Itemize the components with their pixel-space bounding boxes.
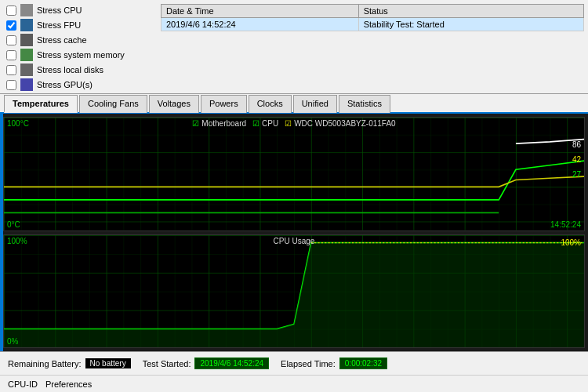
status-bar: Remaining Battery: No battery Test Start… (0, 351, 588, 375)
stress-checkbox-stress-gpu(s)[interactable] (6, 80, 16, 90)
usage-y-top: 100% (7, 237, 27, 245)
tab-powers[interactable]: Powers (201, 95, 247, 113)
bottom-nav: CPU-IDPreferences (0, 375, 588, 392)
temp-chart-legend: ☑Motherboard☑CPU☑WDC WD5003ABYZ-011FA0 (192, 119, 395, 128)
test-started-label: Test Started: (143, 359, 191, 368)
legend-label: CPU (262, 119, 278, 128)
stress-checkbox-stress-cpu[interactable] (6, 5, 16, 16)
tabs-container: TemperaturesCooling FansVoltagesPowersCl… (0, 94, 588, 114)
tabs-row: TemperaturesCooling FansVoltagesPowersCl… (0, 94, 588, 112)
usage-peak: 100% (561, 238, 581, 247)
stress-option-stress-system-memory: Stress system memory (6, 49, 151, 61)
temp-value: 86 (572, 140, 581, 149)
tab-cooling-fans[interactable]: Cooling Fans (79, 95, 147, 113)
stress-icon-d (20, 64, 33, 76)
stress-icon-cpu (20, 4, 33, 16)
legend-item: ☑Motherboard (192, 119, 246, 128)
stress-checkbox-stress-fpu[interactable] (6, 20, 16, 31)
elapsed-status: Elapsed Time: 0:00:02:32 (281, 358, 387, 369)
temp-values-right: 864227 (572, 140, 581, 179)
legend-label: Motherboard (201, 119, 246, 128)
stress-label: Stress GPU(s) (37, 80, 93, 89)
stress-icon-fpu (20, 19, 33, 31)
elapsed-value: 0:00:02:32 (339, 358, 387, 369)
charts-area: ☑Motherboard☑CPU☑WDC WD5003ABYZ-011FA0 1… (0, 114, 588, 351)
stress-checkbox-stress-cache[interactable] (6, 35, 16, 45)
col-datetime: Date & Time (162, 5, 359, 18)
temp-chart-svg (4, 118, 584, 230)
stress-label: Stress system memory (37, 50, 125, 60)
stress-option-stress-cpu: Stress CPU (6, 4, 151, 16)
temp-y-top: 100°C (7, 119, 29, 128)
legend-label: WDC WD5003ABYZ-011FA0 (294, 119, 396, 128)
legend-checkbox: ☑ (252, 119, 260, 128)
tab-statistics[interactable]: Statistics (339, 95, 390, 113)
tab-clocks[interactable]: Clocks (249, 95, 292, 113)
stress-option-stress-fpu: Stress FPU (6, 19, 151, 31)
stress-label: Stress CPU (37, 5, 82, 15)
stress-icon-c (20, 34, 33, 46)
usage-chart-title: CPU Usage (274, 237, 315, 245)
log-status: Stability Test: Started (358, 18, 583, 31)
temp-chart: ☑Motherboard☑CPU☑WDC WD5003ABYZ-011FA0 1… (3, 117, 585, 231)
battery-label: Remaining Battery: (8, 359, 82, 368)
temp-timestamp: 14:52:24 (550, 220, 581, 229)
usage-title-text: CPU Usage (274, 237, 315, 245)
usage-chart-svg (4, 235, 584, 348)
stress-options: Stress CPUStress FPUStress cacheStress s… (0, 0, 157, 93)
top-section: Stress CPUStress FPUStress cacheStress s… (0, 0, 588, 94)
main-container: Stress CPUStress FPUStress cacheStress s… (0, 0, 588, 392)
log-section: Date & Time Status 2019/4/6 14:52:24Stab… (157, 0, 588, 93)
stress-label: Stress cache (37, 35, 87, 45)
bottom-nav-cpu-id[interactable]: CPU-ID (8, 379, 38, 389)
tab-unified[interactable]: Unified (293, 95, 337, 113)
stress-label: Stress FPU (37, 20, 81, 30)
tab-temperatures[interactable]: Temperatures (4, 95, 78, 113)
stress-label: Stress local disks (37, 65, 103, 74)
elapsed-label: Elapsed Time: (281, 359, 336, 368)
test-started-value: 2019/4/6 14:52:24 (194, 358, 269, 369)
stress-icon-g (20, 78, 33, 91)
legend-checkbox: ☑ (192, 119, 199, 128)
log-datetime: 2019/4/6 14:52:24 (162, 18, 359, 31)
stress-option-stress-local-disks: Stress local disks (6, 64, 151, 76)
log-row: 2019/4/6 14:52:24Stability Test: Started (162, 18, 584, 31)
col-status: Status (358, 5, 583, 18)
stress-icon-m (20, 49, 33, 61)
tab-voltages[interactable]: Voltages (149, 95, 199, 113)
stress-option-stress-cache: Stress cache (6, 34, 151, 46)
stress-option-stress-gpu(s): Stress GPU(s) (6, 78, 151, 91)
temp-value: 27 (572, 170, 581, 179)
legend-item: ☑CPU (252, 119, 278, 128)
log-table: Date & Time Status 2019/4/6 14:52:24Stab… (161, 4, 584, 31)
battery-status: Remaining Battery: No battery (8, 358, 131, 368)
usage-chart: CPU Usage 100% 0% 100% (3, 234, 585, 349)
battery-value: No battery (85, 358, 131, 368)
legend-checkbox: ☑ (285, 119, 292, 128)
stress-checkbox-stress-system-memory[interactable] (6, 50, 16, 60)
stress-checkbox-stress-local-disks[interactable] (6, 65, 16, 75)
temp-value: 42 (572, 155, 581, 164)
temp-y-bottom: 0°C (7, 220, 20, 229)
test-started-status: Test Started: 2019/4/6 14:52:24 (143, 358, 269, 369)
bottom-nav-preferences[interactable]: Preferences (45, 379, 92, 389)
legend-item: ☑WDC WD5003ABYZ-011FA0 (285, 119, 396, 128)
usage-y-bottom: 0% (7, 337, 18, 346)
